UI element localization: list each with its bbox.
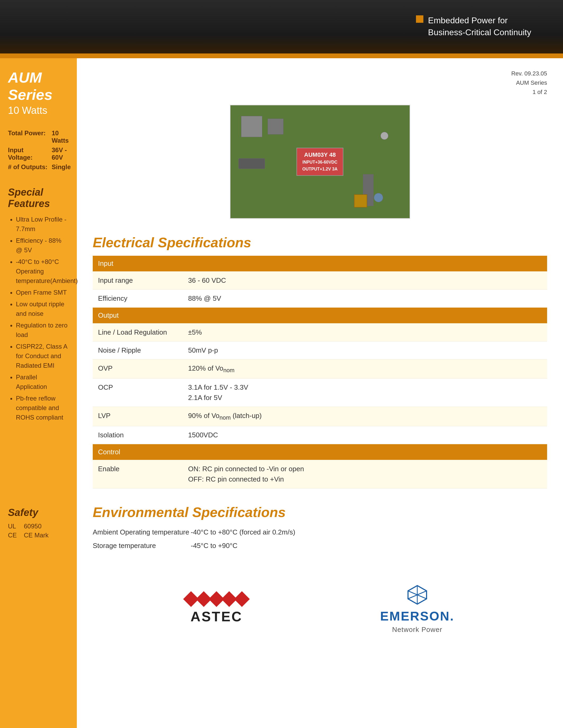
spec-row-isolation: Isolation 1500VDC: [93, 426, 547, 444]
rev-series: AUM Series: [93, 78, 547, 87]
spec-row-input-range: Input range 36 - 60 VDC: [93, 271, 547, 289]
rev-info: Rev. 09.23.05 AUM Series 1 of 2: [93, 69, 547, 97]
safety-label-ce: CE: [8, 532, 19, 539]
feature-item: Open Frame SMT: [16, 288, 69, 297]
env-section: Environmental Specifications Ambient Ope…: [93, 504, 547, 552]
spec-value-ocp: 3.1A for 1.5V - 3.3V2.1A for 5V: [183, 379, 547, 407]
rev-page: 1 of 2: [93, 87, 547, 97]
emerson-svg-icon: [407, 584, 428, 605]
spec-label-isolation: Isolation: [93, 426, 183, 444]
spec-label-ocp: OCP: [93, 379, 183, 407]
astec-logo: ASTEC: [185, 594, 247, 624]
pcb-label: AUM03Y 48 INPUT+36-60VDC OUTPUT+1.2V 3A: [297, 148, 343, 176]
safety-value-ul: 60950: [24, 523, 42, 530]
spec-label-lvp: LVP: [93, 407, 183, 426]
emerson-text: EMERSON.: [380, 609, 454, 623]
spec-row-power: Total Power: 10 Watts: [8, 129, 69, 144]
output-header: Output: [93, 307, 547, 323]
spec-value-input-range: 36 - 60 VDC: [183, 271, 547, 289]
sidebar: AUM Series 10 Watts Total Power: 10 Watt…: [0, 58, 77, 728]
header-orange-bar: [0, 53, 563, 58]
feature-item: Ultra Low Profile - 7.7mm: [16, 215, 69, 234]
spec-value-voltage: 36V - 60V: [52, 146, 69, 161]
header-tagline-text: Embedded Power for Business-Critical Con…: [428, 15, 531, 38]
main-layout: AUM Series 10 Watts Total Power: 10 Watt…: [0, 58, 563, 728]
env-row-storage: Storage temperature -45°C to +90°C: [93, 539, 547, 552]
spec-row-line-load: Line / Load Regulation ±5%: [93, 323, 547, 341]
spec-value-enable: ON: RC pin connected to -Vin or openOFF:…: [183, 460, 547, 488]
spec-value-isolation: 1500VDC: [183, 426, 547, 444]
control-header-row: Control: [93, 444, 547, 460]
safety-row-ul: UL 60950: [8, 523, 69, 530]
safety-row-ce: CE CE Mark: [8, 532, 69, 539]
spec-row-efficiency: Efficiency 88% @ 5V: [93, 289, 547, 307]
spec-value-ovp: 120% of Vonom: [183, 359, 547, 379]
pcb-visual: AUM03Y 48 INPUT+36-60VDC OUTPUT+1.2V 3A: [230, 105, 410, 218]
spec-label-efficiency: Efficiency: [93, 289, 183, 307]
output-header-row: Output: [93, 307, 547, 323]
spec-label-enable: Enable: [93, 460, 183, 488]
product-image: AUM03Y 48 INPUT+36-60VDC OUTPUT+1.2V 3A: [230, 105, 410, 219]
spec-row-enable: Enable ON: RC pin connected to -Vin or o…: [93, 460, 547, 488]
spec-row-voltage: Input Voltage: 36V - 60V: [8, 146, 69, 161]
feature-item: Low output ripple and noise: [16, 299, 69, 318]
safety-label-ul: UL: [8, 523, 19, 530]
feature-item: Parallel Application: [16, 372, 69, 392]
feature-item: Regulation to zero load: [16, 321, 69, 340]
spec-row-lvp: LVP 90% of Vonom (latch-up): [93, 407, 547, 426]
env-value-ambient: -40°C to +80°C (forced air 0.2m/s): [191, 525, 547, 539]
feature-item: -40°C to +80°C Operating temperature(Amb…: [16, 257, 69, 286]
brand-icon: [416, 15, 423, 23]
spec-label-line-load: Line / Load Regulation: [93, 323, 183, 341]
spec-label-power: Total Power:: [8, 129, 49, 144]
env-specs-title: Environmental Specifications: [93, 504, 547, 520]
spec-label-outputs: # of Outputs:: [8, 163, 49, 171]
emerson-icon: [407, 584, 428, 605]
env-value-storage: -45°C to +90°C: [191, 539, 547, 552]
electrical-specs-table: Input Input range 36 - 60 VDC Efficiency…: [93, 256, 547, 488]
feature-item: Pb-free reflow compatible and ROHS compl…: [16, 394, 69, 422]
spec-row-outputs: # of Outputs: Single: [8, 163, 69, 171]
spec-value-lvp: 90% of Vonom (latch-up): [183, 407, 547, 426]
emerson-sub-text: Network Power: [392, 626, 442, 634]
electrical-specs-title: Electrical Specifications: [93, 235, 547, 250]
astec-diamond-5: [234, 591, 250, 607]
spec-value-outputs: Single: [52, 163, 71, 171]
feature-item: CISPR22, Class A for Conduct and Radiate…: [16, 342, 69, 370]
spec-row-ocp: OCP 3.1A for 1.5V - 3.3V2.1A for 5V: [93, 379, 547, 407]
spec-value-power: 10 Watts: [52, 129, 69, 144]
sidebar-watts: 10 Watts: [8, 105, 69, 116]
astec-text: ASTEC: [190, 609, 242, 624]
safety-value-ce: CE Mark: [24, 532, 48, 539]
control-header: Control: [93, 444, 547, 460]
spec-value-efficiency: 88% @ 5V: [183, 289, 547, 307]
spec-row-noise-ripple: Noise / Ripple 50mV p-p: [93, 341, 547, 359]
sidebar-specs: Total Power: 10 Watts Input Voltage: 36V…: [8, 129, 69, 171]
series-title: AUM Series: [8, 69, 69, 103]
env-specs-table: Ambient Operating temperature -40°C to +…: [93, 525, 547, 552]
product-image-area: AUM03Y 48 INPUT+36-60VDC OUTPUT+1.2V 3A: [93, 105, 547, 219]
spec-label-input-range: Input range: [93, 271, 183, 289]
safety-title: Safety: [8, 507, 69, 518]
input-header-row: Input: [93, 256, 547, 272]
spec-value-line-load: ±5%: [183, 323, 547, 341]
spec-row-ovp: OVP 120% of Vonom: [93, 359, 547, 379]
header-tagline: Embedded Power for Business-Critical Con…: [416, 15, 531, 38]
content-area: Rev. 09.23.05 AUM Series 1 of 2 AUM03Y 4…: [77, 58, 563, 728]
input-header: Input: [93, 256, 547, 272]
footer-logos: ASTEC EMERSON. Network Power: [93, 574, 547, 644]
spec-label-noise-ripple: Noise / Ripple: [93, 341, 183, 359]
emerson-logo: EMERSON. Network Power: [380, 584, 454, 634]
page-header: Embedded Power for Business-Critical Con…: [0, 0, 563, 58]
env-label-storage: Storage temperature: [93, 539, 191, 552]
spec-label-ovp: OVP: [93, 359, 183, 379]
feature-item: Efficiency - 88% @ 5V: [16, 236, 69, 255]
rev-number: Rev. 09.23.05: [93, 69, 547, 78]
env-label-ambient: Ambient Operating temperature: [93, 525, 191, 539]
spec-value-noise-ripple: 50mV p-p: [183, 341, 547, 359]
special-features-title: Special Features: [8, 187, 69, 209]
spec-label-voltage: Input Voltage:: [8, 146, 49, 161]
features-list: Ultra Low Profile - 7.7mm Efficiency - 8…: [8, 215, 69, 422]
astec-diamonds: [185, 594, 247, 605]
env-row-ambient: Ambient Operating temperature -40°C to +…: [93, 525, 547, 539]
